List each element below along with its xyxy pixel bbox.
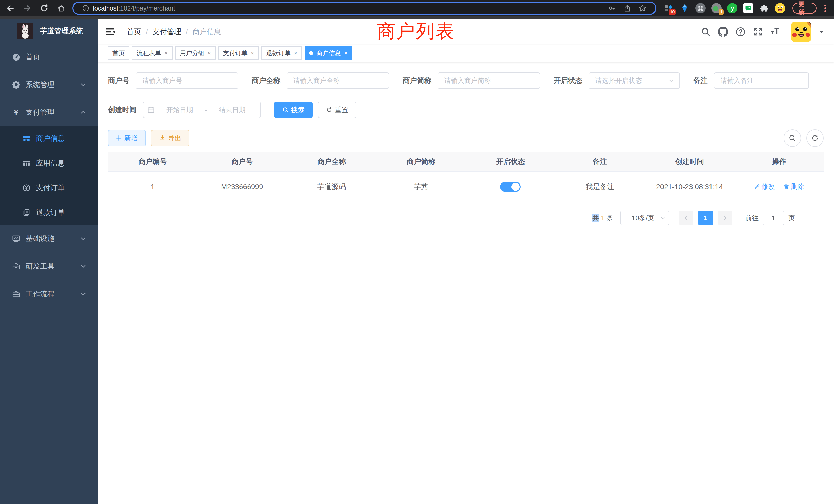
chevron-down-icon bbox=[80, 291, 86, 297]
password-key-icon[interactable] bbox=[608, 4, 616, 12]
page-number-1[interactable]: 1 bbox=[698, 211, 713, 225]
merchant-table: 商户编号 商户号 商户全称 商户简称 开启状态 备注 创建时间 操作 1 bbox=[108, 152, 824, 203]
back-icon[interactable] bbox=[5, 3, 16, 13]
extension-command-icon[interactable] bbox=[695, 3, 706, 13]
share-icon[interactable] bbox=[623, 4, 631, 12]
extension-y-icon[interactable]: y bbox=[727, 3, 738, 13]
annotation-merchant-list: 商户列表 bbox=[377, 19, 455, 44]
bookmark-star-icon[interactable] bbox=[638, 4, 646, 12]
extensions-puzzle-icon[interactable] bbox=[759, 3, 769, 13]
sidebar-item-refund-order[interactable]: 退款订单 bbox=[0, 200, 97, 225]
forward-icon[interactable] bbox=[22, 3, 32, 13]
col-merchant-id: 商户号 bbox=[197, 152, 287, 171]
tab-user-group[interactable]: 用户分组× bbox=[175, 46, 216, 60]
pagination-total: 共 1 条 bbox=[592, 213, 613, 223]
col-status: 开启状态 bbox=[466, 152, 555, 171]
tab-close-icon[interactable]: × bbox=[250, 50, 254, 56]
top-navbar: 首页 / 支付管理 / 商户信息 bbox=[97, 19, 834, 45]
reload-icon[interactable] bbox=[39, 3, 49, 13]
create-time-range-picker[interactable]: 开始日期 - 结束日期 bbox=[143, 101, 261, 118]
sidebar-item-system[interactable]: 系统管理 bbox=[0, 71, 97, 98]
merchant-list-page: 商户号 商户全称 商户简称 开启状态 请选择开启状态 bbox=[97, 62, 834, 235]
export-button[interactable]: 导出 bbox=[151, 130, 190, 146]
sidebar-logo[interactable]: 芋道管理系统 bbox=[0, 19, 97, 43]
sidebar-item-merchant-info[interactable]: 商户信息 bbox=[0, 126, 97, 151]
sidebar-item-workflow[interactable]: 工作流程 bbox=[0, 280, 97, 308]
cell-merchant-id: M233666999 bbox=[197, 171, 287, 202]
font-size-icon[interactable] bbox=[770, 27, 781, 37]
browser-nav-buttons bbox=[5, 3, 66, 13]
edit-link[interactable]: 修改 bbox=[754, 182, 775, 191]
next-page-button[interactable] bbox=[719, 211, 732, 225]
address-bar[interactable]: localhost:1024/pay/merchant bbox=[72, 2, 656, 15]
add-button[interactable]: 新增 bbox=[108, 130, 146, 146]
cell-create-time: 2021-10-23 08:31:14 bbox=[645, 171, 734, 202]
full-name-input[interactable] bbox=[287, 72, 389, 89]
active-tab-dot bbox=[309, 51, 313, 55]
browser-menu-icon[interactable] bbox=[822, 5, 829, 12]
col-merchant-number: 商户编号 bbox=[108, 152, 197, 171]
tab-merchant-info[interactable]: 商户信息× bbox=[305, 46, 352, 60]
gear-icon bbox=[12, 80, 21, 89]
tab-close-icon[interactable]: × bbox=[344, 50, 348, 56]
header-search-icon[interactable] bbox=[701, 27, 711, 37]
documents-icon bbox=[22, 208, 31, 217]
merchant-id-input[interactable] bbox=[136, 72, 238, 89]
chrome-divider bbox=[0, 17, 834, 19]
help-icon[interactable] bbox=[736, 27, 746, 37]
extension-emoji-icon[interactable] bbox=[775, 3, 785, 13]
short-name-input[interactable] bbox=[438, 72, 540, 89]
col-short-name: 商户简称 bbox=[376, 152, 466, 171]
cell-full-name: 芋道源码 bbox=[287, 171, 376, 202]
breadcrumb-payment[interactable]: 支付管理 bbox=[153, 27, 181, 37]
extension-gem-icon[interactable] bbox=[679, 3, 690, 13]
tab-home[interactable]: 首页 bbox=[108, 46, 129, 60]
browser-extensions: 10 1 y bbox=[663, 3, 785, 13]
refresh-table-button[interactable] bbox=[806, 129, 824, 147]
toggle-search-button[interactable] bbox=[784, 129, 801, 147]
user-avatar[interactable] bbox=[791, 22, 811, 42]
home-icon[interactable] bbox=[56, 3, 66, 13]
page-info-icon[interactable] bbox=[82, 5, 89, 12]
tab-pay-order[interactable]: 支付订单× bbox=[218, 46, 259, 60]
tray-badge: 1 bbox=[719, 9, 724, 15]
page-size-select[interactable]: 10条/页 bbox=[620, 211, 669, 225]
prev-page-button[interactable] bbox=[679, 211, 693, 225]
status-toggle[interactable] bbox=[500, 182, 521, 192]
tab-close-icon[interactable]: × bbox=[207, 50, 211, 56]
chevron-up-icon bbox=[80, 109, 86, 115]
pagination-jumper: 前往 页 bbox=[745, 211, 795, 225]
avatar-caret-icon[interactable] bbox=[818, 29, 825, 35]
extension-badge: 10 bbox=[669, 9, 676, 15]
extension-chat-icon[interactable] bbox=[743, 3, 753, 13]
sidebar-fold-icon[interactable] bbox=[106, 27, 116, 37]
sidebar-item-dev-tools[interactable]: 研发工具 bbox=[0, 253, 97, 280]
sidebar-item-infrastructure[interactable]: 基础设施 bbox=[0, 225, 97, 253]
tab-process-form[interactable]: 流程表单× bbox=[132, 46, 173, 60]
sidebar-item-app-info[interactable]: 应用信息 bbox=[0, 151, 97, 176]
browser-update-button[interactable]: 更新 bbox=[792, 3, 816, 14]
reset-button[interactable]: 重置 bbox=[318, 101, 356, 118]
fullscreen-icon[interactable] bbox=[753, 27, 763, 37]
col-remark: 备注 bbox=[555, 152, 645, 171]
sidebar-item-home[interactable]: 首页 bbox=[0, 43, 97, 71]
chevron-down-icon bbox=[80, 263, 86, 270]
extension-tray-icon[interactable]: 1 bbox=[711, 3, 722, 13]
filter-row-1: 商户号 商户全称 商户简称 开启状态 请选择开启状态 bbox=[108, 72, 824, 89]
extension-workspaces-icon[interactable]: 10 bbox=[663, 3, 674, 13]
status-select[interactable]: 请选择开启状态 bbox=[589, 72, 680, 89]
search-button[interactable]: 搜索 bbox=[274, 101, 313, 118]
sidebar-item-pay-order[interactable]: 支付订单 bbox=[0, 176, 97, 200]
delete-link[interactable]: 删除 bbox=[783, 182, 804, 191]
github-icon[interactable] bbox=[718, 27, 728, 37]
remark-input[interactable] bbox=[714, 72, 809, 89]
tab-refund-order[interactable]: 退款订单× bbox=[261, 46, 302, 60]
screen: localhost:1024/pay/merchant 10 bbox=[0, 0, 834, 504]
table-row: 1 M233666999 芋道源码 芋艿 我是备注 2021-10-23 08:… bbox=[108, 171, 824, 202]
breadcrumb-home[interactable]: 首页 bbox=[127, 27, 141, 37]
tab-close-icon[interactable]: × bbox=[294, 50, 297, 56]
goto-page-input[interactable] bbox=[763, 211, 784, 225]
sidebar-item-payment[interactable]: ¥ 支付管理 bbox=[0, 98, 97, 126]
browser-toolbar: localhost:1024/pay/merchant 10 bbox=[0, 0, 834, 17]
tab-close-icon[interactable]: × bbox=[164, 50, 168, 56]
